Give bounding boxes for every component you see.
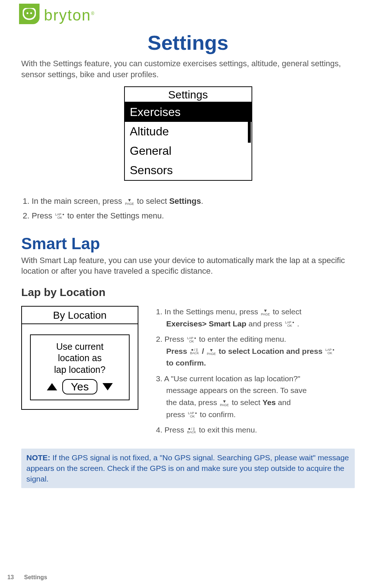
settings-steps: 1. In the main screen, press ▼PAGE to se… — [23, 195, 355, 222]
footer-section-name: Settings — [24, 574, 47, 581]
step-item: 1. In the main screen, press ▼PAGE to se… — [23, 195, 355, 207]
device-scrollbar — [248, 104, 251, 154]
lap-ok-icon: LAP ●OK — [55, 213, 64, 220]
note-text: If the GPS signal is not fixed, a "No GP… — [26, 453, 349, 483]
smart-lap-intro: With Smart Lap feature, you can use your… — [21, 255, 355, 277]
subsection-heading-lap-location: Lap by Location — [21, 286, 355, 299]
page-footer: 13 Settings — [7, 574, 47, 581]
device-screen-settings: Settings Exercises Altitude General Sens… — [124, 86, 252, 181]
brand-wordmark: bryton® — [44, 7, 95, 24]
step-item: 3. A "Use current location as lap locati… — [156, 373, 355, 420]
lap-ok-icon: LAP ●OK — [188, 412, 197, 418]
device-menu-item: Exercises — [125, 102, 252, 122]
device-menu-item: Sensors — [125, 161, 252, 180]
device-screen-title: Settings — [125, 87, 252, 102]
step-item: 2. Press LAP ●OK to enter the editing me… — [156, 333, 355, 369]
lap-ok-icon: LAP ●OK — [187, 337, 196, 343]
step-item: 4. Press ■ / ||BACK to exit this menu. — [156, 424, 355, 436]
lap-location-steps: 1. In the Settings menu, press ▼PAGE to … — [156, 306, 355, 439]
back-icon: ■ / ||BACK — [190, 348, 199, 355]
note-box: NOTE: If the GPS signal is not fixed, a … — [21, 449, 355, 488]
step-item: 1. In the Settings menu, press ▼PAGE to … — [156, 306, 355, 330]
svg-point-0 — [27, 12, 29, 14]
brand-logo-icon — [19, 4, 40, 24]
footer-page-number: 13 — [7, 574, 14, 581]
device-prompt-box: Use current location as lap location? Ye… — [30, 334, 130, 400]
intro-text: With the Settings feature, you can custo… — [21, 58, 355, 80]
device-menu-item: Altitude — [125, 122, 252, 141]
step-item: 2. Press LAP ●OK to enter the Settings m… — [23, 209, 355, 222]
device-menu-item: General — [125, 141, 252, 161]
answer-pill: Yes — [62, 379, 98, 394]
device-screen2-title: By Location — [22, 307, 138, 324]
section-heading-smart-lap: Smart Lap — [21, 235, 355, 253]
device-screen-by-location: By Location Use current location as lap … — [21, 306, 138, 410]
back-icon: ■ / ||BACK — [187, 427, 196, 434]
page-down-icon: ▼PAGE — [261, 308, 270, 316]
page-down-icon: ▼PAGE — [125, 198, 134, 206]
page-down-icon: ▼PAGE — [207, 348, 216, 356]
triangle-up-icon — [47, 383, 57, 390]
svg-point-1 — [30, 12, 32, 14]
triangle-down-icon — [103, 383, 113, 390]
lap-ok-icon: LAP ●OK — [325, 348, 335, 355]
page-down-icon: ▼PAGE — [220, 399, 229, 407]
note-label: NOTE: — [26, 453, 50, 462]
page-title: Settings — [21, 31, 355, 55]
brand-header: bryton® — [19, 4, 353, 24]
lap-ok-icon: LAP ●OK — [285, 321, 294, 327]
